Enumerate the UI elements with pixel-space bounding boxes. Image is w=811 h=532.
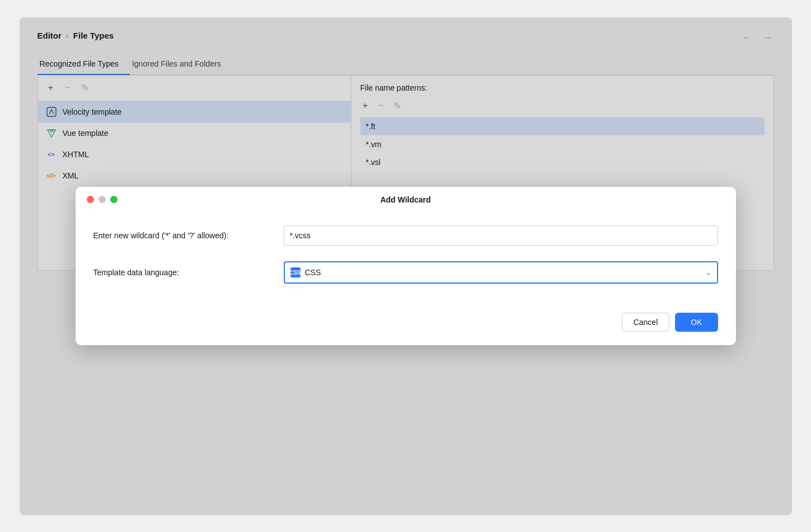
close-button[interactable] xyxy=(87,196,94,203)
maximize-button[interactable] xyxy=(110,196,118,203)
wildcard-row: Enter new wildcard ('*' and '?' allowed)… xyxy=(93,225,718,246)
dialog-titlebar: Add Wildcard xyxy=(76,187,736,210)
wildcard-input[interactable] xyxy=(284,225,718,246)
wildcard-label: Enter new wildcard ('*' and '?' allowed)… xyxy=(93,231,284,240)
dialog-title: Add Wildcard xyxy=(380,195,430,204)
language-row: Template data language: CSS CSS ⌄ xyxy=(93,261,718,284)
dialog-footer: Cancel OK xyxy=(76,313,736,345)
add-wildcard-dialog: Add Wildcard Enter new wildcard ('*' and… xyxy=(76,187,736,345)
language-label: Template data language: xyxy=(93,268,284,277)
dialog-body: Enter new wildcard ('*' and '?' allowed)… xyxy=(76,210,736,313)
cancel-button[interactable]: Cancel xyxy=(622,313,670,332)
ok-button[interactable]: OK xyxy=(675,313,718,332)
language-select[interactable]: CSS CSS ⌄ xyxy=(284,261,718,284)
dialog-overlay: Add Wildcard Enter new wildcard ('*' and… xyxy=(20,17,792,515)
main-panel: Editor › File Types ← → Recognized File … xyxy=(20,17,792,515)
language-value: CSS xyxy=(305,268,701,277)
chevron-down-icon: ⌄ xyxy=(706,269,711,276)
minimize-button[interactable] xyxy=(99,196,106,203)
css-icon: CSS xyxy=(290,267,301,277)
window-controls xyxy=(87,196,118,203)
